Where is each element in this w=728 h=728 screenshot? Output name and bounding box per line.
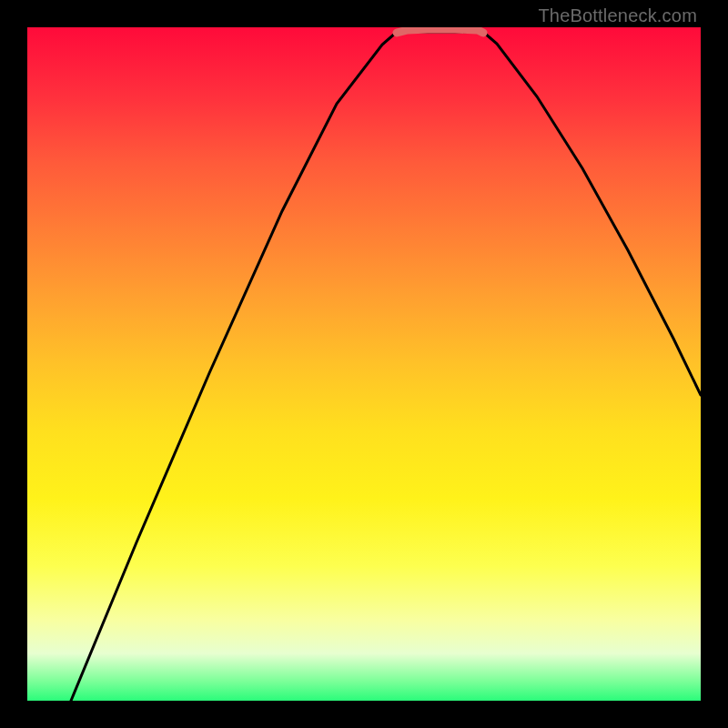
bottleneck-curve xyxy=(71,32,701,701)
plot-area xyxy=(27,27,701,701)
chart-frame: TheBottleneck.com xyxy=(0,0,728,728)
curve-layer xyxy=(27,27,701,701)
watermark-text: TheBottleneck.com xyxy=(538,5,697,26)
low-segment xyxy=(397,29,483,33)
